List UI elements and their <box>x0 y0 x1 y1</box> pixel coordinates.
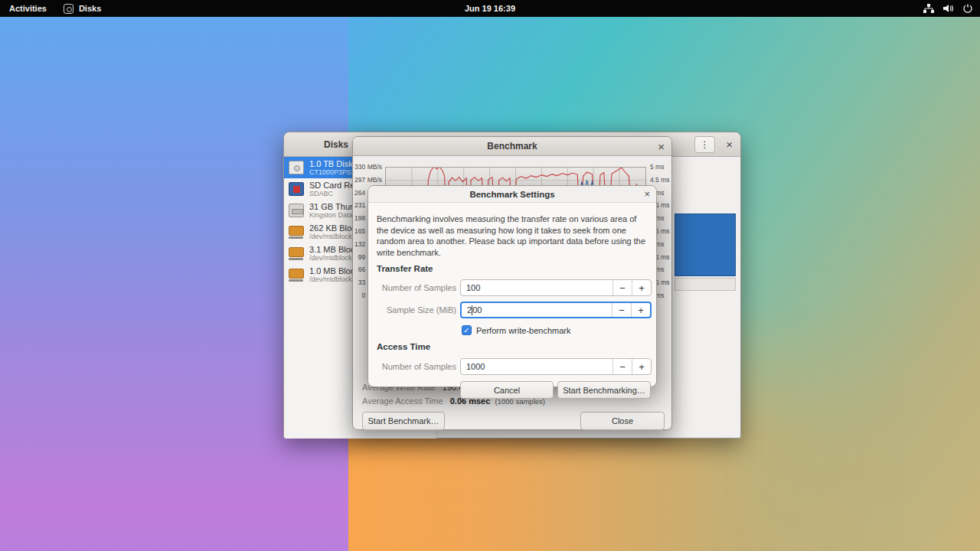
benchmark-close-button[interactable]: Close <box>580 412 665 430</box>
y-axis-left-tick: 330 MB/s <box>353 163 382 171</box>
num-samples-label: Number of Samples <box>368 279 456 296</box>
sample-size-plus-button[interactable]: + <box>631 303 650 317</box>
chip-icon <box>289 247 304 257</box>
access-samples-plus-button[interactable]: + <box>632 359 651 374</box>
access-samples-minus-button[interactable]: − <box>612 359 632 374</box>
transfer-rate-heading: Transfer Rate <box>377 264 433 273</box>
cancel-button[interactable]: Cancel <box>460 381 554 399</box>
disk-icon <box>289 161 304 174</box>
sample-size-spinbox[interactable]: 200 − + <box>460 302 652 318</box>
num-samples-spinbox[interactable]: 100 − + <box>460 279 652 296</box>
access-samples-value[interactable]: 1000 <box>461 362 612 371</box>
chip-icon <box>289 226 304 236</box>
network-icon[interactable] <box>923 4 934 13</box>
num-samples-plus-button[interactable]: + <box>632 280 651 295</box>
num-samples-row: Number of Samples 100 − + <box>368 279 658 296</box>
usb-icon <box>289 204 304 217</box>
access-samples-row: Number of Samples 1000 − + <box>368 358 658 375</box>
access-time-heading: Access Time <box>377 342 430 351</box>
access-samples-spinbox[interactable]: 1000 − + <box>460 358 652 375</box>
disks-window-title: Disks <box>315 139 358 150</box>
disks-menu-button[interactable]: ⋮ <box>694 136 715 153</box>
system-tray[interactable] <box>923 0 972 17</box>
settings-description: Benchmarking involves measuring the tran… <box>377 214 649 259</box>
settings-close-icon[interactable]: × <box>644 189 650 199</box>
num-samples-minus-button[interactable]: − <box>612 280 632 295</box>
disks-close-icon[interactable]: × <box>726 139 733 150</box>
benchmark-settings-dialog: Benchmark Settings × Benchmarking involv… <box>368 185 657 387</box>
benchmark-titlebar[interactable]: Benchmark × <box>353 137 671 156</box>
volume-segment[interactable] <box>675 214 736 276</box>
power-icon[interactable] <box>963 4 972 13</box>
benchmark-close-icon[interactable]: × <box>658 141 665 152</box>
write-benchmark-row[interactable]: ✓ Perform write-benchmark <box>462 325 570 335</box>
write-benchmark-checkbox[interactable]: ✓ <box>462 325 472 335</box>
sample-size-label: Sample Size (MiB) <box>368 302 456 318</box>
write-benchmark-label: Perform write-benchmark <box>476 326 570 335</box>
volume-strip <box>675 278 736 291</box>
access-samples-label: Number of Samples <box>368 358 456 375</box>
y-axis-right-tick: 4.5 ms <box>650 176 670 184</box>
y-axis-left-tick: 297 MB/s <box>353 176 382 184</box>
num-samples-value[interactable]: 100 <box>461 283 612 292</box>
start-benchmark-button[interactable]: Start Benchmark… <box>362 412 445 430</box>
benchmark-window-title: Benchmark <box>353 141 671 152</box>
settings-titlebar[interactable]: Benchmark Settings × <box>368 186 656 203</box>
chip-icon <box>289 269 304 279</box>
sample-size-minus-button[interactable]: − <box>612 303 631 317</box>
sample-size-row: Sample Size (MiB) 200 − + <box>368 302 658 318</box>
top-bar: Activities Disks Jun 19 16:39 <box>0 0 980 17</box>
start-benchmarking-button[interactable]: Start Benchmarking… <box>557 381 651 399</box>
y-axis-right-tick: 5 ms <box>650 163 664 171</box>
sample-size-value[interactable]: 200 <box>462 305 612 315</box>
clock[interactable]: Jun 19 16:39 <box>0 4 980 13</box>
avg-access-label: Average Access Time <box>362 396 443 406</box>
volume-icon[interactable] <box>943 4 954 13</box>
settings-title: Benchmark Settings <box>469 190 554 199</box>
sd-icon <box>289 182 304 196</box>
